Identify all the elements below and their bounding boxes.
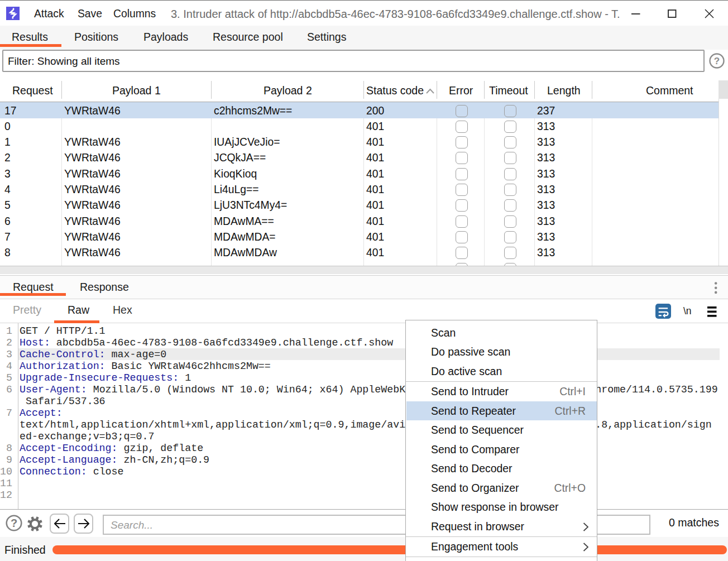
svg-text:?: ? xyxy=(714,56,720,66)
svg-text:?: ? xyxy=(11,517,17,529)
